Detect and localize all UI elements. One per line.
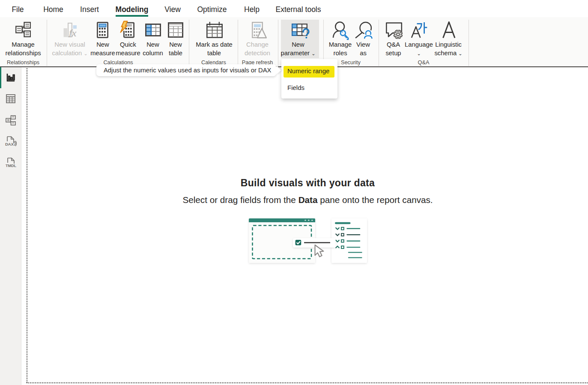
svg-text:TMDL: TMDL xyxy=(6,164,16,167)
svg-text:fx: fx xyxy=(69,27,77,37)
svg-text:DAX: DAX xyxy=(5,142,14,146)
